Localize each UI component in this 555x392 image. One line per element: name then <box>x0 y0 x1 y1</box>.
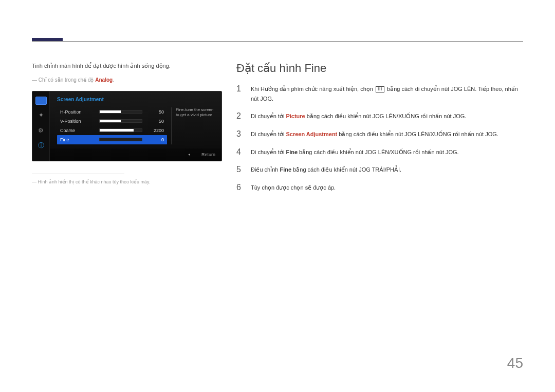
note-prefix: ― Chỉ có sẵn trong chế độ <box>32 77 95 83</box>
osd-row-vposition[interactable]: V-Position 50 <box>57 117 167 126</box>
osd-sidebar: ✦ ⚙ ⓘ <box>32 91 50 161</box>
step-6: 6 Tùy chọn được chọn sẽ được áp. <box>236 183 523 193</box>
section-title: Đặt cấu hình Fine <box>236 62 523 75</box>
osd-main: Screen Adjustment H-Position 50 V-Positi… <box>50 91 221 146</box>
osd-slider[interactable] <box>99 119 142 123</box>
menu-icon: ⅠⅠⅠ <box>376 86 384 92</box>
step-text: Điều chỉnh Fine bằng cách điều khiển nút… <box>251 165 401 175</box>
osd-row-hposition[interactable]: H-Position 50 <box>57 107 167 117</box>
return-label[interactable]: Return <box>201 152 215 157</box>
step-text: Di chuyển tới Picture bằng cách điều khi… <box>251 111 466 121</box>
osd-list: H-Position 50 V-Position 50 Coarse 2200 <box>57 107 167 144</box>
osd-label: Coarse <box>60 128 96 133</box>
step-2: 2 Di chuyển tới Picture bằng cách điều k… <box>236 111 523 121</box>
osd-panel: ✦ ⚙ ⓘ Screen Adjustment H-Position 50 V-… <box>32 91 222 161</box>
text-span: bằng cách điều khiển nút JOG LÊN/XUỐNG r… <box>305 113 467 119</box>
highlight: Fine <box>280 166 291 173</box>
nav-left-icon[interactable]: ◂ <box>188 152 190 157</box>
osd-row-coarse[interactable]: Coarse 2200 <box>57 126 167 135</box>
osd-slider[interactable] <box>99 138 142 141</box>
step-number: 6 <box>236 183 244 192</box>
step-text: Khi Hướng dẫn phím chức năng xuất hiện, … <box>251 84 523 103</box>
osd-label: Fine <box>60 137 96 142</box>
highlight: Picture <box>286 113 305 119</box>
text-span: bằng cách điều khiển nút JOG LÊN/XUỐNG r… <box>337 131 498 137</box>
step-number: 1 <box>236 84 244 94</box>
text-span: Khi Hướng dẫn phím chức năng xuất hiện, … <box>251 86 375 92</box>
step-text: Di chuyển tới Fine bằng cách điều khiển … <box>251 147 459 157</box>
step-number: 4 <box>236 147 244 157</box>
osd-row-fine[interactable]: Fine 0 <box>57 135 167 144</box>
step-5: 5 Điều chỉnh Fine bằng cách điều khiển n… <box>236 165 523 175</box>
text-span: bằng cách điều khiển nút JOG LÊN/XUỐNG r… <box>298 149 459 155</box>
osd-value: 50 <box>145 109 164 115</box>
step-4: 4 Di chuyển tới Fine bằng cách điều khiể… <box>236 147 523 157</box>
osd-title: Screen Adjustment <box>57 97 217 102</box>
monitor-icon[interactable] <box>35 97 47 105</box>
osd-value: 0 <box>145 137 164 142</box>
footnote: ― Hình ảnh hiển thị có thể khác nhau tùy… <box>32 179 222 184</box>
settings-icon[interactable]: ⚙ <box>36 125 46 136</box>
osd-slider[interactable] <box>99 110 142 114</box>
text-span: Di chuyển tới <box>251 149 286 155</box>
text-span: Di chuyển tới <box>251 131 286 137</box>
step-3: 3 Di chuyển tới Screen Adjustment bằng c… <box>236 129 523 139</box>
step-1: 1 Khi Hướng dẫn phím chức năng xuất hiện… <box>236 84 523 103</box>
step-number: 5 <box>236 165 244 174</box>
highlight: Fine <box>286 149 298 155</box>
text-span: Điều chỉnh <box>251 166 280 173</box>
header-rule <box>32 41 523 42</box>
info-icon[interactable]: ⓘ <box>36 141 46 151</box>
note-highlight: Analog <box>95 77 113 83</box>
text-span: bằng cách điều khiển nút JOG TRÁI/PHẢI. <box>291 166 401 173</box>
osd-slider[interactable] <box>99 128 142 132</box>
footnote-separator <box>32 174 124 174</box>
osd-label: V-Position <box>60 119 96 124</box>
osd-label: H-Position <box>60 109 96 115</box>
osd-footer: ◂ Return <box>50 148 221 161</box>
osd-value: 2200 <box>145 128 164 133</box>
text-span: Di chuyển tới <box>251 113 286 119</box>
right-column: Đặt cấu hình Fine 1 Khi Hướng dẫn phím c… <box>236 62 523 201</box>
intro-text: Tinh chỉnh màn hình để đạt được hình ảnh… <box>32 62 222 71</box>
note-suffix: . <box>113 77 114 83</box>
osd-value: 50 <box>145 119 164 124</box>
step-number: 2 <box>236 111 244 121</box>
osd-help-text: Fine-tune the screen to get a vivid pict… <box>171 107 217 144</box>
step-text: Tùy chọn được chọn sẽ được áp. <box>251 183 336 193</box>
left-column: Tinh chỉnh màn hình để đạt được hình ảnh… <box>32 62 222 184</box>
availability-note: ― Chỉ có sẵn trong chế độ Analog. <box>32 77 222 83</box>
step-text: Di chuyển tới Screen Adjustment bằng các… <box>251 129 498 139</box>
brightness-icon[interactable]: ✦ <box>36 110 46 120</box>
page-number: 45 <box>507 355 523 371</box>
step-number: 3 <box>236 129 244 139</box>
highlight: Screen Adjustment <box>286 131 337 137</box>
